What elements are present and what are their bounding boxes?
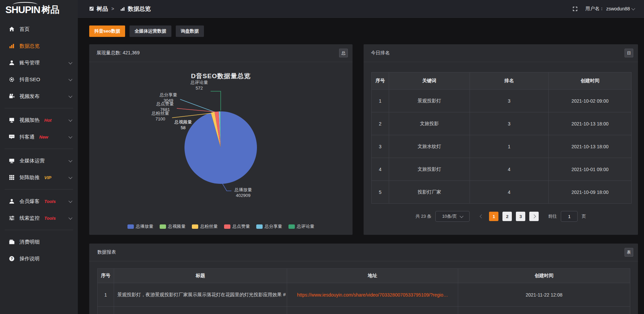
page-button-1[interactable]: 1 — [489, 212, 498, 221]
chevron-down-icon — [631, 6, 635, 10]
page-size-select[interactable]: 10条/页 — [435, 211, 470, 222]
sidebar-item-home[interactable]: 首页 — [0, 21, 78, 38]
chat-bubble-icon — [9, 134, 15, 140]
chevron-down-icon — [68, 77, 72, 81]
col-created: 创建时间 — [549, 72, 632, 90]
col-keyword: 关键词 — [389, 72, 470, 90]
overview-panel: 展现量总数: 421,369 总 D音SEO数据量总览 总评论量 572 总分享… — [89, 44, 353, 235]
cell-keyword: 文旅投影灯 — [389, 158, 470, 181]
goto-page-input[interactable] — [561, 211, 578, 222]
sidebar-item-instructions[interactable]: ? 操作说明 — [0, 250, 78, 267]
cell-created: 2021-10-13 18:00 — [549, 135, 632, 158]
day-toggle-button[interactable]: 日 — [625, 49, 633, 57]
total-toggle-button[interactable]: 总 — [339, 49, 348, 57]
sidebar-item-douketong[interactable]: 抖客通 New — [0, 128, 78, 145]
sidebar-item-matrix-boost[interactable]: 矩阵助推 VIP — [0, 169, 78, 186]
sidebar-item-data-overview[interactable]: 数据总览 — [0, 38, 78, 54]
prev-page-button[interactable] — [478, 215, 485, 218]
logo[interactable]: SHUPIN 树品 — [0, 0, 78, 19]
sidebar-item-label: 账号管理 — [19, 60, 40, 66]
menu-divider — [5, 108, 73, 108]
tools-badge: Tools — [44, 199, 56, 204]
chart-title: D音SEO数据量总览 — [89, 72, 353, 81]
sidebar-item-label: 首页 — [19, 26, 30, 33]
col-created: 创建时间 — [458, 269, 630, 283]
next-page-button[interactable] — [529, 212, 539, 221]
rank-row: 3 文旅水纹灯 1 2021-10-13 18:00 — [372, 135, 632, 158]
cell-index: 1 — [372, 90, 389, 112]
legend-swatch — [160, 224, 166, 229]
legend-item-fans[interactable]: 总粉丝量 — [192, 223, 218, 229]
report-table-header-row: 序号 标题 地址 创建时间 — [98, 269, 630, 283]
pie-label-videos: 总视频量 58 — [172, 119, 194, 130]
report-panel-header: 数据报表 表 — [89, 244, 638, 261]
tab-douyin-seo-data[interactable]: 抖音seo数据 — [89, 25, 125, 37]
member-icon — [9, 198, 15, 204]
breadcrumb-root[interactable]: 树品 — [97, 5, 108, 13]
sidebar-item-video-heating[interactable]: 视频加热 Hot — [0, 112, 78, 128]
fullscreen-icon[interactable] — [572, 6, 578, 12]
cell-url: https://www.iesdouyin.com/share/video/70… — [287, 283, 458, 307]
legend-item-videos[interactable]: 总视频量 — [160, 223, 185, 229]
sidebar-item-member-burst[interactable]: 会员爆客 Tools — [0, 193, 78, 210]
page-button-2[interactable]: 2 — [502, 212, 512, 221]
cell-index: 3 — [372, 135, 389, 158]
chevron-down-icon — [68, 158, 72, 162]
legend-item-plays[interactable]: 总播放量 — [127, 223, 153, 229]
user-menu[interactable]: 用户名： zswodun88 — [585, 6, 635, 12]
report-row-partial — [98, 307, 630, 314]
breadcrumb-root-icon — [89, 6, 94, 11]
tab-inquiry-data[interactable]: 询盘数据 — [176, 25, 204, 37]
sidebar-item-douyin-seo[interactable]: 抖音SEO — [0, 71, 78, 88]
vip-badge: VIP — [44, 175, 51, 180]
chart-legend: 总播放量 总视频量 总粉丝量 总点赞量 总分享量 总评论量 — [89, 223, 353, 229]
report-row: 1 景观投影灯，夜游景观投影灯厂家展示展示落花灯在花园里的灯光投影应用效果 # … — [98, 283, 630, 307]
sidebar-item-label: 操作说明 — [19, 256, 40, 262]
breadcrumb-current[interactable]: 数据总览 — [128, 5, 151, 13]
sidebar-item-lead-monitoring[interactable]: 线索监控 Tools — [0, 210, 78, 226]
gear-icon — [9, 76, 15, 83]
main-content: 抖音seo数据 全媒体运营数据 询盘数据 展现量总数: 421,369 总 D音… — [78, 17, 644, 314]
cell-rank: 4 — [470, 158, 549, 181]
video-link[interactable]: https://www.iesdouyin.com/share/video/70… — [297, 292, 448, 298]
col-rank: 排名 — [470, 72, 549, 90]
logo-arc-decoration — [13, 2, 38, 7]
home-icon — [9, 26, 15, 32]
sidebar-item-label: 视频加热 — [19, 117, 40, 123]
table-toggle-button[interactable]: 表 — [625, 248, 633, 257]
legend-swatch — [256, 224, 263, 229]
menu-divider — [5, 189, 73, 190]
legend-item-comments[interactable]: 总评论量 — [288, 223, 314, 229]
help-icon: ? — [9, 256, 15, 262]
menu-divider — [5, 149, 73, 149]
cell-index: 5 — [372, 181, 389, 204]
chevron-down-icon — [68, 60, 72, 64]
sidebar-item-omnimedia-operation[interactable]: 全媒体运营 — [0, 152, 78, 169]
cell-created: 2021-10-02 09:00 — [549, 90, 632, 112]
sidebar-item-account-management[interactable]: 账号管理 — [0, 54, 78, 71]
cell-rank: 1 — [470, 135, 549, 158]
pagination: 共 23 条 10条/页 1 2 3 前往 页 — [364, 211, 638, 222]
sidebar-item-label: 视频发布 — [19, 93, 40, 100]
col-index: 序号 — [98, 269, 114, 283]
tab-omnimedia-data[interactable]: 全媒体运营数据 — [129, 25, 171, 37]
legend-swatch — [288, 224, 295, 229]
cell-created: 2021-11-22 12:08 — [458, 283, 630, 307]
cell-created: 2021-10-01 09:00 — [549, 158, 632, 181]
legend-item-shares[interactable]: 总分享量 — [256, 223, 282, 229]
legend-item-likes[interactable]: 总点赞量 — [224, 223, 250, 229]
page-button-3[interactable]: 3 — [516, 212, 525, 221]
goto-label: 前往 — [548, 213, 557, 219]
sidebar-item-video-publish[interactable]: 视频发布 — [0, 88, 78, 105]
breadcrumb-current-icon — [120, 6, 125, 11]
monitor-icon — [9, 158, 15, 164]
legend-swatch — [224, 224, 230, 229]
pie-chart-svg — [89, 62, 353, 235]
rank-panel-header: 今日排名 日 — [364, 44, 638, 62]
username-label: 用户名： — [585, 6, 604, 12]
pagination-total: 共 23 条 — [416, 213, 432, 219]
overview-panel-header: 展现量总数: 421,369 总 — [89, 44, 353, 62]
sidebar-item-consumption-details[interactable]: 消费明细 — [0, 233, 78, 250]
rank-row: 4 文旅投影灯 4 2021-10-01 09:00 — [372, 158, 632, 181]
leader-line-plays — [222, 184, 231, 191]
